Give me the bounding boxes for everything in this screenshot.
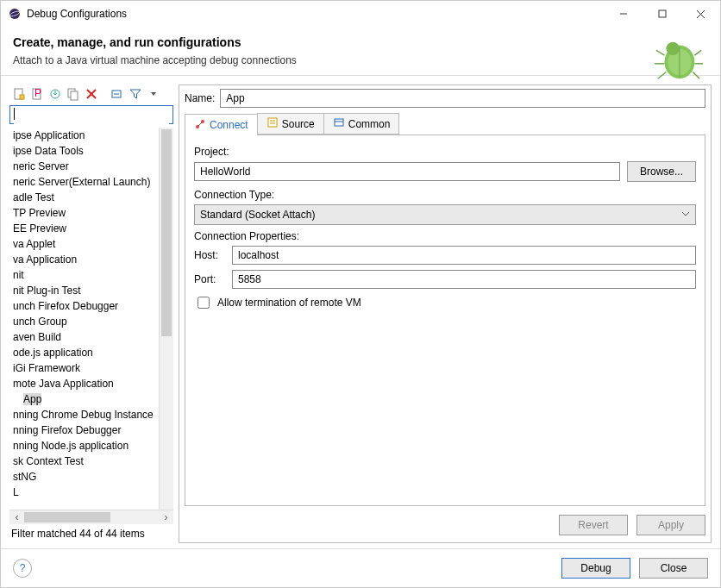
- project-label: Project:: [194, 146, 696, 158]
- left-panel: P ipse Applicationipse Data Toolsneric S…: [9, 84, 173, 543]
- tree-item[interactable]: L: [9, 485, 173, 500]
- header-subtitle: Attach to a Java virtual machine accepti…: [13, 54, 708, 66]
- minimize-button[interactable]: [604, 1, 643, 27]
- titlebar: Debug Configurations: [1, 1, 720, 27]
- duplicate-icon[interactable]: [66, 86, 81, 102]
- tree-item[interactable]: neric Server: [9, 159, 173, 174]
- chevron-down-icon: [681, 209, 690, 221]
- tab-common[interactable]: Common: [323, 113, 400, 134]
- tree-item[interactable]: App: [9, 391, 173, 407]
- port-input[interactable]: [232, 270, 696, 289]
- tree-item[interactable]: unch Firefox Debugger: [9, 298, 173, 314]
- name-label: Name:: [185, 92, 215, 104]
- tree-item[interactable]: unch Group: [9, 314, 173, 329]
- connection-type-value: Standard (Socket Attach): [200, 209, 315, 221]
- allow-termination-checkbox[interactable]: [197, 297, 210, 309]
- filter-input-wrapper[interactable]: [9, 105, 173, 124]
- source-tab-icon: [266, 116, 279, 131]
- svg-rect-33: [335, 119, 343, 126]
- project-input[interactable]: [194, 162, 620, 181]
- tree-item[interactable]: iGi Framework: [9, 360, 173, 376]
- config-editor: Name: ConnectSourceCommon Project: Brows…: [179, 84, 712, 543]
- tree-item[interactable]: va Application: [9, 252, 173, 267]
- tab-label: Source: [282, 118, 315, 130]
- dialog-body: P ipse Applicationipse Data Toolsneric S…: [1, 76, 720, 548]
- tab-bar: ConnectSourceCommon: [185, 113, 705, 135]
- tree-item[interactable]: aven Build: [9, 329, 173, 345]
- tree-item[interactable]: EE Preview: [9, 221, 173, 236]
- footer: ? Debug Close: [1, 548, 720, 587]
- tree-item[interactable]: nning Firefox Debugger: [9, 422, 173, 438]
- tree-item[interactable]: nit Plug-in Test: [9, 283, 173, 298]
- help-icon[interactable]: ?: [13, 559, 32, 578]
- allow-termination-label: Allow termination of remote VM: [217, 297, 361, 309]
- port-label: Port:: [194, 273, 225, 285]
- scroll-left-icon[interactable]: ‹: [9, 510, 24, 525]
- tree-item[interactable]: nit: [9, 267, 173, 283]
- svg-rect-3: [659, 10, 666, 17]
- svg-line-29: [198, 122, 202, 126]
- filter-icon[interactable]: [128, 86, 143, 102]
- header-title: Create, manage, and run configurations: [13, 35, 708, 49]
- filter-status: Filter matched 44 of 44 items: [9, 524, 173, 543]
- tree-scrollbar-vertical[interactable]: [159, 128, 173, 510]
- tree-item[interactable]: TP Preview: [9, 205, 173, 221]
- tree-item[interactable]: sk Context Test: [9, 454, 173, 469]
- tree-item[interactable]: va Applet: [9, 236, 173, 252]
- collapse-all-icon[interactable]: [110, 86, 125, 102]
- tree-item[interactable]: stNG: [9, 469, 173, 485]
- svg-rect-17: [20, 95, 24, 99]
- tab-label: Common: [348, 118, 391, 130]
- tab-label: Connect: [210, 119, 248, 131]
- apply-button[interactable]: Apply: [636, 515, 705, 535]
- debug-button[interactable]: Debug: [561, 558, 630, 579]
- header: Create, manage, and run configurations A…: [1, 27, 720, 76]
- svg-line-13: [694, 50, 701, 55]
- svg-line-10: [656, 50, 665, 55]
- tree-item[interactable]: neric Server(External Launch): [9, 174, 173, 190]
- bug-icon: [651, 32, 705, 88]
- svg-line-15: [693, 72, 699, 79]
- connection-properties-label: Connection Properties:: [194, 230, 696, 242]
- tab-source[interactable]: Source: [257, 113, 324, 134]
- close-dialog-button[interactable]: Close: [639, 558, 708, 579]
- scroll-right-icon[interactable]: ›: [159, 510, 173, 525]
- tab-connect[interactable]: Connect: [185, 114, 258, 135]
- tree-item[interactable]: adle Test: [9, 190, 173, 205]
- host-input[interactable]: [232, 246, 696, 265]
- delete-icon[interactable]: [84, 86, 99, 102]
- connection-type-label: Connection Type:: [194, 189, 696, 201]
- svg-rect-30: [268, 118, 277, 127]
- tree-item[interactable]: ipse Data Tools: [9, 143, 173, 159]
- window-title: Debug Configurations: [27, 8, 604, 20]
- config-tree[interactable]: ipse Applicationipse Data Toolsneric Ser…: [9, 128, 173, 510]
- connect-tab-icon: [194, 118, 206, 133]
- export-icon[interactable]: [47, 86, 63, 102]
- tree-item[interactable]: ipse Application: [9, 128, 173, 143]
- name-input[interactable]: [220, 89, 705, 108]
- tree-item[interactable]: nning Node.js application: [9, 438, 173, 454]
- host-label: Host:: [194, 249, 225, 261]
- tree-item[interactable]: nning Chrome Debug Instance: [9, 407, 173, 422]
- browse-button[interactable]: Browse...: [627, 161, 696, 182]
- window-buttons: [604, 1, 720, 27]
- tree-scrollbar-horizontal[interactable]: ‹ ›: [9, 510, 173, 524]
- tree-item[interactable]: ode.js application: [9, 345, 173, 360]
- filter-menu-icon[interactable]: [146, 86, 161, 102]
- maximize-button[interactable]: [643, 1, 681, 27]
- tab-connect-panel: Project: Browse... Connection Type: Stan…: [185, 135, 705, 506]
- svg-line-12: [658, 72, 667, 79]
- new-prototype-icon[interactable]: P: [29, 86, 45, 102]
- common-tab-icon: [333, 116, 345, 131]
- svg-point-8: [666, 42, 680, 56]
- revert-button[interactable]: Revert: [559, 515, 628, 535]
- close-button[interactable]: [681, 1, 720, 27]
- eclipse-icon: [8, 7, 22, 21]
- new-config-icon[interactable]: [11, 86, 27, 102]
- svg-rect-22: [71, 91, 78, 100]
- connection-type-select[interactable]: Standard (Socket Attach): [194, 204, 696, 225]
- svg-text:P: P: [34, 87, 41, 99]
- config-toolbar: P: [9, 84, 173, 105]
- tree-item[interactable]: mote Java Application: [9, 376, 173, 391]
- dialog-window: Debug Configurations Create, manage, and…: [0, 0, 721, 588]
